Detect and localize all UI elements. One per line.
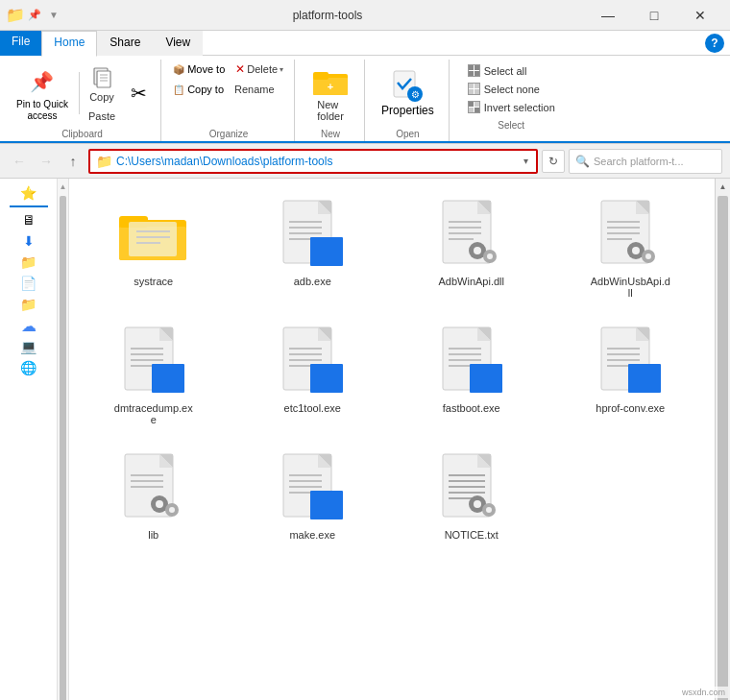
list-item[interactable]: lib	[79, 442, 229, 547]
invert-label: Invert selection	[484, 102, 555, 113]
list-item[interactable]: etc1tool.exe	[238, 315, 388, 432]
properties-svg-icon: ⚙	[390, 69, 425, 104]
clipboard-label: Clipboard	[61, 129, 103, 139]
sidebar-item-documents[interactable]: 📄	[0, 273, 57, 294]
back-button[interactable]: ←	[8, 150, 31, 173]
file-name: systrace	[134, 276, 173, 287]
exe5-icon-area	[592, 322, 669, 398]
sidebar-item-folder1[interactable]: 📁	[0, 252, 57, 273]
pin-quick-access-button[interactable]: 📌 Pin to Quickaccess	[10, 61, 75, 125]
tab-view[interactable]: View	[153, 31, 203, 56]
sidebar-item-network[interactable]: 🌐	[0, 357, 57, 378]
forward-button[interactable]: →	[35, 150, 58, 173]
scroll-up-button[interactable]: ▲	[716, 179, 730, 194]
svg-rect-20	[469, 102, 474, 107]
up-button[interactable]: ↑	[61, 150, 85, 173]
svg-rect-22	[469, 108, 474, 112]
svg-text:+: +	[328, 81, 333, 92]
sidebar-item-folder2[interactable]: 📁	[0, 294, 57, 315]
pin-label: Pin to Quickaccess	[16, 99, 68, 122]
maximize-button[interactable]: □	[632, 0, 676, 31]
sidebar-scroll[interactable]: ⭐ 🖥 ⬇ 📁 📄 📁 ☁ 💻	[0, 182, 57, 700]
list-item[interactable]: adb.exe	[238, 188, 388, 305]
svg-rect-38	[310, 237, 343, 266]
lib-svg-icon	[121, 452, 186, 521]
search-icon: 🔍	[575, 155, 590, 168]
title-icon-pin: 📌	[27, 8, 42, 23]
select-none-button[interactable]: Select none	[463, 80, 560, 98]
refresh-button[interactable]: ↻	[542, 150, 565, 173]
address-dropdown-button[interactable]: ▾	[522, 156, 530, 166]
delete-dropdown: ▾	[280, 65, 283, 74]
sidebar-scroll-thumb[interactable]	[60, 196, 66, 700]
move-to-label[interactable]: 📦 Move to	[169, 60, 229, 78]
rename-button[interactable]: Rename	[230, 81, 280, 98]
properties-label: Properties	[381, 104, 434, 117]
tab-file[interactable]: File	[0, 31, 41, 56]
list-item[interactable]: AdbWinUsbApi.dll	[556, 188, 706, 305]
title-icon-1: 📁	[8, 8, 23, 23]
adbwinapi-icon	[439, 199, 504, 268]
ribbon-tabs: File Home Share View ?	[0, 31, 730, 56]
file-name: dmtracedump.exe	[114, 402, 193, 425]
organize-row1: 📦 Move to ✕ Delete ▾	[169, 60, 288, 79]
sidebar-item-thispc[interactable]: 💻	[0, 336, 57, 357]
sidebar-scroll-up[interactable]: ▲	[58, 179, 68, 194]
file-grid: systrace	[79, 188, 705, 547]
thispc-icon: 💻	[20, 339, 36, 354]
invert-selection-button[interactable]: Invert selection	[463, 98, 560, 116]
select-all-button[interactable]: Select all	[463, 61, 560, 80]
svg-rect-23	[474, 108, 479, 112]
search-box[interactable]: 🔍 Search platform-t...	[569, 149, 722, 174]
ribbon-content: 📌 Pin to Quickaccess	[0, 56, 730, 143]
sidebar-item-desktop[interactable]: 🖥	[0, 209, 57, 230]
list-item[interactable]: fastboot.exe	[397, 315, 547, 432]
list-item[interactable]: systrace	[79, 188, 229, 305]
sidebar-scrollbar[interactable]: ▲ ▼	[58, 179, 69, 700]
svg-point-58	[632, 247, 640, 254]
minimize-button[interactable]: —	[586, 0, 630, 31]
list-item[interactable]: make.exe	[238, 442, 388, 547]
list-item[interactable]: dmtracedump.exe	[79, 315, 229, 432]
list-item[interactable]: NOTICE.txt	[397, 442, 547, 547]
paste-label: Paste	[88, 110, 115, 122]
new-folder-button[interactable]: + Newfolder	[303, 60, 358, 127]
move-to-button[interactable]: 📦 Move to	[169, 60, 229, 79]
copy-area: Copy Paste	[84, 61, 120, 125]
new-group: + Newfolder New	[297, 60, 365, 141]
search-placeholder: Search platform-t...	[594, 156, 684, 167]
properties-button[interactable]: ⚙ Properties	[373, 64, 443, 122]
sidebar-item-quickaccess[interactable]: ⭐	[0, 182, 57, 204]
folder1-icon: 📁	[20, 254, 36, 270]
copy-to-label[interactable]: 📋 Copy to	[169, 81, 228, 98]
address-box[interactable]: 📁 C:\Users\madan\Downloads\platform-tool…	[88, 149, 538, 174]
sidebar-item-onedrive[interactable]: ☁	[0, 315, 57, 336]
exe3-icon-area	[274, 322, 351, 398]
copy-icon	[88, 64, 115, 91]
copy-to-button[interactable]: 📋 Copy to	[169, 81, 228, 98]
list-item[interactable]: hprof-conv.exe	[556, 315, 706, 432]
exe-icon-area	[274, 195, 351, 272]
organize-buttons: 📦 Move to ✕ Delete ▾ 📋 Copy to	[169, 60, 288, 127]
close-button[interactable]: ✕	[678, 0, 722, 31]
invert-checkbox	[468, 101, 480, 113]
paste-button[interactable]: Paste	[84, 108, 120, 125]
tab-share[interactable]: Share	[97, 31, 153, 56]
scroll-thumb[interactable]	[718, 196, 728, 700]
vertical-scrollbar[interactable]: ▲ ▼	[715, 179, 730, 700]
help-button[interactable]: ?	[705, 34, 724, 53]
copy-button[interactable]: Copy	[84, 61, 120, 106]
file-area[interactable]: systrace	[69, 179, 715, 700]
delete-button[interactable]: ✕ Delete ▾	[231, 60, 288, 79]
tab-home[interactable]: Home	[41, 31, 97, 57]
exe2-icon-area	[115, 322, 192, 398]
sidebar-item-downloads[interactable]: ⬇	[0, 230, 57, 252]
window-controls[interactable]: — □ ✕	[586, 0, 722, 31]
lib-icon-area	[115, 448, 192, 525]
cut-button[interactable]: ✂	[122, 77, 155, 109]
file-name: NOTICE.txt	[445, 529, 499, 541]
notice-svg-icon	[439, 452, 504, 521]
new-label: New	[321, 129, 340, 139]
ribbon-help-area: ?	[699, 31, 730, 56]
list-item[interactable]: AdbWinApi.dll	[397, 188, 547, 305]
